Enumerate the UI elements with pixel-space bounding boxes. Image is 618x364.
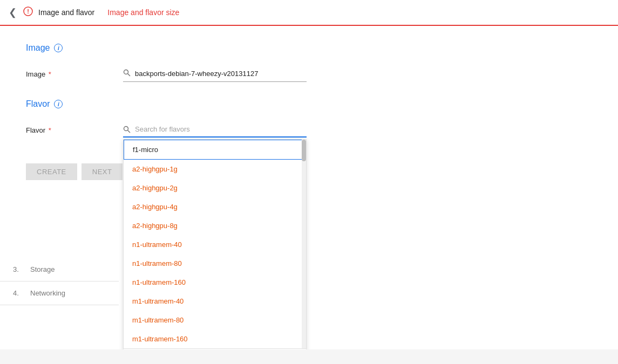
button-row: CREATE NEXT C xyxy=(26,163,592,180)
step-3-label: Storage xyxy=(30,265,55,273)
top-bar-title: Image and flavor xyxy=(38,8,94,17)
top-bar-subtitle: Image and flavor size xyxy=(107,8,179,17)
list-item[interactable]: m1-ultramem-80 xyxy=(124,311,306,329)
dropdown-footer: Showing 113 of 113 results. Show all... xyxy=(124,348,306,349)
step-4-label: Networking xyxy=(30,289,65,297)
list-item[interactable]: f1-micro xyxy=(124,140,306,160)
list-item[interactable]: a2-highgpu-1g xyxy=(124,160,306,178)
dropdown-scroll-thumb xyxy=(302,140,306,161)
svg-point-4 xyxy=(124,126,128,131)
flavor-search-input[interactable]: Search for flavors xyxy=(123,122,307,138)
flavor-section-title: Flavor xyxy=(26,99,50,109)
flavor-search-container: Search for flavors f1-micro a2-highgpu-1… xyxy=(123,122,307,138)
svg-line-3 xyxy=(128,74,131,77)
list-item[interactable]: n1-ultramem-160 xyxy=(124,273,306,292)
flavor-form-row: Flavor * Search for flavors xyxy=(26,122,592,138)
flavor-field: Search for flavors f1-micro a2-highgpu-1… xyxy=(123,122,307,138)
svg-point-2 xyxy=(124,70,128,74)
create-button[interactable]: CREATE xyxy=(26,163,77,180)
image-field: backports-debian-7-wheezy-v20131127 xyxy=(123,66,307,82)
sidebar-steps: 3. Storage 4. Networking xyxy=(0,258,119,305)
list-item[interactable]: a2-highgpu-2g xyxy=(124,178,306,197)
top-bar: ❮ ! Image and flavor Image and flavor si… xyxy=(0,0,618,26)
image-search-icon xyxy=(123,69,131,78)
step-storage[interactable]: 3. Storage xyxy=(0,258,119,281)
list-item[interactable]: m1-ultramem-40 xyxy=(124,292,306,311)
list-item[interactable]: n1-ultramem-80 xyxy=(124,254,306,273)
image-section-heading: Image i xyxy=(26,43,592,53)
main-content: Image i Image * backports-debian-7-wheez… xyxy=(0,26,618,349)
step-3-number: 3. xyxy=(13,265,24,273)
list-item[interactable]: a2-highgpu-4g xyxy=(124,197,306,216)
flavor-section: Flavor i Flavor * Search for flavors xyxy=(26,99,592,138)
next-button[interactable]: NEXT xyxy=(82,163,123,180)
flavor-info-icon[interactable]: i xyxy=(54,100,63,108)
flavor-section-heading: Flavor i xyxy=(26,99,592,109)
image-required-marker: * xyxy=(46,70,51,78)
list-item[interactable]: m1-ultramem-160 xyxy=(124,329,306,348)
image-label: Image * xyxy=(26,66,123,78)
image-value: backports-debian-7-wheezy-v20131127 xyxy=(135,70,258,78)
image-section-title: Image xyxy=(26,43,50,53)
image-form-row: Image * backports-debian-7-wheezy-v20131… xyxy=(26,66,592,82)
flavor-label: Flavor * xyxy=(26,122,123,134)
warning-icon: ! xyxy=(23,6,33,19)
step-networking[interactable]: 4. Networking xyxy=(0,281,119,305)
svg-line-5 xyxy=(128,130,131,133)
flavor-search-icon xyxy=(123,126,131,133)
list-item[interactable]: n1-ultramem-40 xyxy=(124,235,306,254)
step-4-number: 4. xyxy=(13,289,24,297)
flavor-search-placeholder: Search for flavors xyxy=(135,125,190,133)
flavor-dropdown: f1-micro a2-highgpu-1g a2-highgpu-2g a2-… xyxy=(123,139,307,349)
svg-text:!: ! xyxy=(27,8,29,15)
dropdown-scrollbar[interactable] xyxy=(302,140,306,348)
list-item[interactable]: a2-highgpu-8g xyxy=(124,216,306,235)
image-input[interactable]: backports-debian-7-wheezy-v20131127 xyxy=(123,66,307,82)
flavor-required-marker: * xyxy=(46,126,51,134)
chevron-down-icon[interactable]: ❮ xyxy=(9,6,17,18)
image-info-icon[interactable]: i xyxy=(54,44,63,52)
